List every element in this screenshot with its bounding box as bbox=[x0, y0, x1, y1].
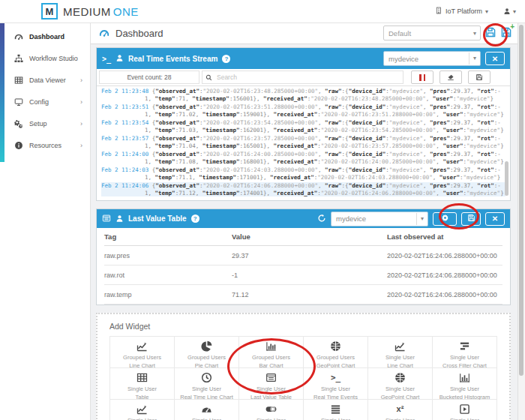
chevron-right-icon: › bbox=[80, 142, 82, 149]
add-widget-cell[interactable]: Single UserTable bbox=[110, 368, 175, 400]
event-log[interactable]: Feb 2 11:23:48 {"observed_at":"2020-02-0… bbox=[97, 86, 510, 200]
user-menu[interactable]: ▾ bbox=[503, 4, 516, 18]
cell-tag: raw.rot bbox=[104, 272, 232, 279]
add-widget-cell[interactable]: Grouped UsersPie Chart bbox=[175, 337, 239, 368]
cell-last-observed: 2020-02-02T16:24:06.288000+00:00 bbox=[387, 272, 502, 279]
lvt-widget-header[interactable]: Last Value Table ? mydevice ▾ ✕ bbox=[97, 209, 510, 228]
dashboard-select-value: Default bbox=[388, 29, 470, 38]
add-widget-cell[interactable]: Single UserLine Chart bbox=[368, 337, 433, 368]
help-icon[interactable]: ? bbox=[191, 214, 200, 223]
sidebar-item[interactable]: Data Viewer › bbox=[0, 69, 90, 91]
add-widget-cell-label: Single UserBoolean Input bbox=[239, 416, 303, 420]
search-input[interactable] bbox=[215, 73, 403, 82]
search-box[interactable] bbox=[202, 70, 404, 84]
save-dashboard-as-new-button[interactable]: + bbox=[500, 26, 512, 40]
pause-stream-button[interactable] bbox=[411, 70, 434, 84]
pie-icon bbox=[175, 340, 238, 352]
table-icon bbox=[102, 212, 111, 226]
rtes-close-button[interactable]: ✕ bbox=[485, 52, 505, 65]
sidebar-item[interactable]: Dashboard › bbox=[0, 26, 90, 47]
rtes-device-select[interactable]: mydevice ▾ bbox=[383, 51, 481, 66]
dashboard-select[interactable]: Default ▾ bbox=[383, 26, 481, 40]
log-json: {"observed_at":"2020-02-02T16:24:00.2850… bbox=[145, 151, 504, 165]
page-scrollbar-thumb[interactable] bbox=[519, 25, 524, 376]
info-icon bbox=[14, 140, 23, 150]
table-row: raw.temp 71.12 2020-02-02T16:24:06.28800… bbox=[104, 285, 502, 304]
gear-icon bbox=[441, 214, 449, 224]
export-stream-button[interactable] bbox=[468, 70, 490, 84]
caret-down-icon: ▾ bbox=[470, 30, 480, 37]
sidebar-item[interactable]: Config › bbox=[0, 91, 90, 112]
save-dashboard-button[interactable] bbox=[484, 26, 496, 40]
lvt-settings-button[interactable] bbox=[433, 212, 457, 226]
org-menu[interactable]: IoT Platform ▾ bbox=[435, 7, 488, 16]
add-widget-cell[interactable]: Single UserString Input bbox=[304, 400, 368, 420]
rtes-toolbar: Event count: 28 bbox=[97, 69, 510, 86]
log-json: {"observed_at":"2020-02-02T16:23:51.2880… bbox=[145, 104, 504, 118]
lvt-close-button[interactable]: ✕ bbox=[485, 212, 505, 226]
add-widget-cell-label: Single UserString Input bbox=[304, 416, 368, 420]
last-value-table-widget: Last Value Table ? mydevice ▾ ✕ Tag Valu… bbox=[96, 208, 511, 305]
rtes-device-value: mydevice bbox=[388, 55, 469, 63]
lvt-device-select[interactable]: mydevice ▾ bbox=[331, 212, 428, 226]
add-widget-panel: Add Widget Grouped UsersLine Chart Group… bbox=[96, 313, 511, 420]
page-scrollbar[interactable] bbox=[518, 22, 525, 420]
sidebar-item-label: Resources bbox=[29, 142, 62, 149]
rtes-widget-header[interactable]: >_ Real Time Events Stream ? mydevice ▾ … bbox=[97, 48, 510, 69]
cell-last-observed: 2020-02-02T16:24:06.288000+00:00 bbox=[387, 252, 502, 260]
eraser-icon bbox=[447, 70, 454, 84]
terminal-icon: >_ bbox=[304, 371, 368, 383]
add-widget-cell[interactable]: Single UserLast Value Table bbox=[239, 368, 304, 400]
log-entry: Feb 2 11:23:57 {"observed_at":"2020-02-0… bbox=[101, 135, 506, 149]
sidebar-item[interactable]: Setup › bbox=[0, 112, 90, 134]
refresh-icon[interactable] bbox=[317, 212, 326, 226]
log-json: {"observed_at":"2020-02-02T16:23:54.2850… bbox=[145, 119, 504, 134]
add-widget-cell[interactable]: x² Single UserNumber Input bbox=[368, 400, 433, 420]
save-icon bbox=[484, 26, 496, 40]
log-timestamp: Feb 2 11:23:54 bbox=[101, 119, 148, 126]
monitor-icon bbox=[14, 97, 23, 106]
caret-down-icon: ▾ bbox=[513, 8, 516, 15]
cell-last-observed: 2020-02-02T16:24:06.288000+00:00 bbox=[387, 291, 502, 298]
cell-value: 29.37 bbox=[232, 252, 387, 260]
sidebar-item-label: Workflow Studio bbox=[29, 55, 78, 62]
help-icon[interactable]: ? bbox=[222, 55, 230, 63]
add-widget-cell[interactable]: Grouped UsersLine Chart bbox=[110, 337, 175, 368]
caret-down-icon: ▾ bbox=[416, 213, 428, 225]
x2-icon: x² bbox=[368, 403, 432, 415]
user-icon bbox=[503, 4, 511, 18]
add-widget-cell[interactable]: Single UserReal Time Gauge bbox=[175, 400, 239, 420]
add-widget-cell-label: Single UserNumber Input bbox=[368, 416, 432, 420]
add-widget-cell[interactable]: Single UserReal Time Line Chart bbox=[175, 368, 239, 400]
real-time-events-stream-widget: >_ Real Time Events Stream ? mydevice ▾ … bbox=[96, 47, 511, 201]
sidebar-item-label: Setup bbox=[29, 120, 47, 128]
lvt-device-value: mydevice bbox=[336, 214, 416, 223]
close-icon: ✕ bbox=[492, 214, 498, 223]
add-widget-cell[interactable]: Single UserBoolean Input bbox=[239, 400, 304, 420]
histogram-icon bbox=[433, 371, 496, 383]
log-timestamp: Feb 2 11:23:48 bbox=[101, 88, 148, 94]
add-widget-cell[interactable]: Grouped UsersBar Chart bbox=[239, 337, 304, 368]
add-widget-cell[interactable]: Single UserGeoPoint Chart bbox=[368, 368, 433, 400]
add-widget-cell[interactable]: Grouped UsersGeoPoint Chart bbox=[304, 337, 368, 368]
list-table-icon bbox=[239, 371, 303, 383]
add-widget-cell[interactable]: Single UserScatter Chart bbox=[110, 400, 175, 420]
log-json: {"observed_at":"2020-02-02T16:23:48.2850… bbox=[145, 88, 501, 102]
brand-text: MEDIUMONE bbox=[63, 5, 139, 18]
add-widget-cell[interactable]: Single UserUser Input bbox=[433, 400, 497, 420]
add-widget-grid: Grouped UsersLine Chart Grouped UsersPie… bbox=[110, 336, 497, 420]
log-scrollbar-thumb[interactable] bbox=[505, 161, 508, 196]
lvt-export-button[interactable] bbox=[461, 212, 481, 226]
col-tag: Tag bbox=[104, 232, 232, 241]
add-widget-cell-label: Single UserReal Time Gauge bbox=[175, 416, 238, 420]
add-widget-cell[interactable]: Single UserCross Filter Chart bbox=[433, 337, 497, 368]
add-widget-cell[interactable]: >_ Single UserReal Time Events Stream bbox=[304, 368, 368, 400]
log-entry: Feb 2 11:23:48 {"observed_at":"2020-02-0… bbox=[101, 88, 506, 102]
sidebar-item[interactable]: Workflow Studio › bbox=[0, 47, 90, 69]
sidebar-item[interactable]: Resources › bbox=[0, 134, 90, 156]
sidebar-gradient-strip bbox=[0, 22, 4, 162]
cell-tag: raw.temp bbox=[104, 291, 232, 298]
clear-stream-button[interactable] bbox=[440, 70, 462, 84]
add-widget-cell[interactable]: Single UserBucketed Histogram bbox=[433, 368, 497, 400]
gauge-icon bbox=[14, 32, 23, 41]
